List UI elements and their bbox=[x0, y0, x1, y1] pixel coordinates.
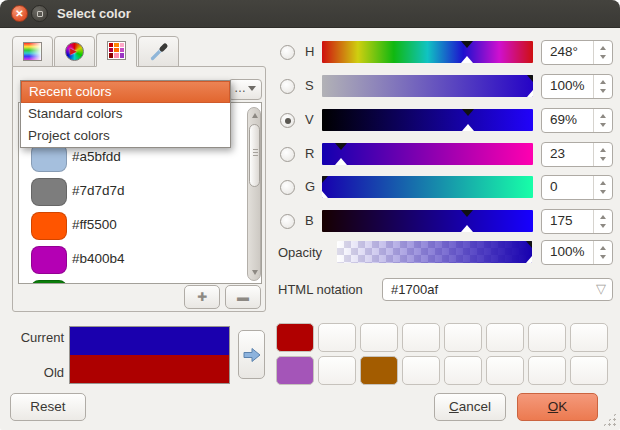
color-ramp-icon bbox=[23, 42, 42, 61]
palette-swatch[interactable] bbox=[276, 356, 314, 385]
palette-swatch[interactable] bbox=[402, 323, 440, 352]
tab-color-ramp[interactable] bbox=[12, 36, 53, 67]
spinbox-value: 23 bbox=[550, 146, 565, 161]
dropdown-arrow-icon[interactable]: ▽ bbox=[596, 281, 606, 296]
palette-swatch[interactable] bbox=[360, 323, 398, 352]
blue-spinbox[interactable]: 175 bbox=[541, 209, 613, 234]
list-item[interactable] bbox=[19, 277, 261, 284]
radio-s[interactable] bbox=[280, 79, 295, 94]
chevron-down-icon bbox=[248, 86, 256, 91]
radio-h[interactable] bbox=[280, 45, 295, 60]
opacity-spinbox[interactable]: 100% bbox=[541, 240, 613, 265]
spinner-arrows-icon[interactable] bbox=[593, 143, 612, 166]
green-spinbox[interactable]: 0 bbox=[541, 175, 613, 200]
value-spinbox[interactable]: 69% bbox=[541, 108, 613, 133]
hue-spinbox[interactable]: 248° bbox=[541, 40, 613, 65]
select-color-dialog: ✕ Select color … #a5bfdd #7d7d7d #ff5500 bbox=[0, 0, 620, 430]
close-button[interactable]: ✕ bbox=[11, 5, 28, 22]
minus-icon: ▬ bbox=[237, 290, 249, 304]
scrollbar-thumb[interactable] bbox=[249, 124, 260, 187]
list-scrollbar[interactable] bbox=[247, 107, 261, 281]
scroll-down-icon[interactable] bbox=[252, 270, 258, 275]
color-chip-label: #ff5500 bbox=[72, 217, 117, 232]
tab-swatches[interactable] bbox=[96, 33, 137, 67]
green-slider[interactable] bbox=[322, 176, 533, 198]
maximize-icon bbox=[37, 11, 43, 17]
spinner-arrows-icon[interactable] bbox=[593, 41, 612, 64]
dropdown-item-standard-colors[interactable]: Standard colors bbox=[21, 103, 230, 125]
radio-r[interactable] bbox=[280, 147, 295, 162]
current-color-swatch bbox=[70, 327, 229, 355]
current-label: Current bbox=[14, 330, 64, 345]
cancel-button[interactable]: Cancel bbox=[434, 393, 506, 421]
old-label: Old bbox=[14, 365, 64, 380]
dropdown-item-recent-colors[interactable]: Recent colors bbox=[21, 81, 230, 103]
palette-swatch[interactable] bbox=[276, 323, 314, 352]
radio-v[interactable] bbox=[280, 113, 295, 128]
color-chip-label: #a5bfdd bbox=[72, 149, 121, 164]
old-color-swatch bbox=[70, 355, 229, 383]
titlebar[interactable]: ✕ Select color bbox=[0, 0, 620, 28]
red-slider[interactable] bbox=[322, 143, 533, 165]
scroll-up-icon[interactable] bbox=[252, 113, 258, 118]
saturation-slider[interactable] bbox=[322, 75, 533, 97]
ok-button[interactable]: OK bbox=[517, 393, 598, 421]
palette-dropdown-popup: Recent colors Standard colors Project co… bbox=[20, 80, 231, 148]
tab-color-sampler[interactable] bbox=[138, 36, 179, 67]
palette-swatch[interactable] bbox=[360, 356, 398, 385]
palette-swatch[interactable] bbox=[528, 356, 566, 385]
opacity-slider[interactable] bbox=[337, 241, 532, 263]
palette-swatch[interactable] bbox=[318, 323, 356, 352]
palette-swatch[interactable] bbox=[570, 323, 608, 352]
remove-color-button[interactable]: ▬ bbox=[225, 285, 261, 309]
maximize-button[interactable] bbox=[31, 5, 48, 22]
spinner-arrows-icon[interactable] bbox=[593, 109, 612, 132]
color-chip-label: #b400b4 bbox=[72, 251, 125, 266]
list-item[interactable]: #b400b4 bbox=[19, 243, 261, 277]
radio-b[interactable] bbox=[280, 214, 295, 229]
red-gradient bbox=[322, 143, 533, 165]
palette-swatch[interactable] bbox=[528, 323, 566, 352]
palette-swatch[interactable] bbox=[486, 323, 524, 352]
dropdown-item-project-colors[interactable]: Project colors bbox=[21, 125, 230, 147]
opacity-gradient bbox=[337, 241, 532, 263]
spinner-arrows-icon[interactable] bbox=[593, 241, 612, 264]
tab-color-wheel[interactable] bbox=[54, 36, 95, 67]
palette-swatch[interactable] bbox=[570, 356, 608, 385]
spinbox-value: 100% bbox=[550, 244, 585, 259]
reset-button[interactable]: Reset bbox=[10, 393, 86, 421]
palette-swatch[interactable] bbox=[444, 323, 482, 352]
resize-grip[interactable] bbox=[602, 412, 617, 427]
channel-label: G bbox=[305, 179, 315, 194]
list-item[interactable]: #7d7d7d bbox=[19, 175, 261, 209]
scrollbar-grip bbox=[253, 152, 258, 153]
spinner-arrows-icon[interactable] bbox=[593, 75, 612, 98]
channel-row-g: G 0 bbox=[278, 175, 613, 200]
palette-swatch[interactable] bbox=[444, 356, 482, 385]
color-chip bbox=[31, 280, 67, 284]
color-chip bbox=[31, 212, 67, 240]
green-gradient bbox=[322, 176, 533, 198]
right-arrow-icon bbox=[242, 346, 262, 364]
spinner-arrows-icon[interactable] bbox=[593, 210, 612, 233]
add-color-button[interactable]: ✚ bbox=[184, 285, 220, 309]
palette-swatch[interactable] bbox=[318, 356, 356, 385]
radio-g[interactable] bbox=[280, 180, 295, 195]
palette-swatch[interactable] bbox=[402, 356, 440, 385]
palette-swatch[interactable] bbox=[486, 356, 524, 385]
hue-slider[interactable] bbox=[322, 41, 533, 63]
value-gradient bbox=[322, 109, 533, 131]
eyedropper-icon bbox=[149, 42, 169, 62]
blue-slider[interactable] bbox=[322, 210, 533, 232]
palette-menu-button[interactable]: … bbox=[228, 79, 262, 100]
html-notation-input[interactable]: #1700af ▽ bbox=[382, 278, 613, 301]
color-chip bbox=[31, 178, 67, 206]
add-current-to-palette-button[interactable] bbox=[238, 330, 265, 379]
list-item[interactable]: #ff5500 bbox=[19, 209, 261, 243]
saturation-spinbox[interactable]: 100% bbox=[541, 74, 613, 99]
close-icon: ✕ bbox=[15, 8, 23, 19]
value-slider[interactable] bbox=[322, 109, 533, 131]
plus-icon: ✚ bbox=[197, 290, 207, 304]
spinner-arrows-icon[interactable] bbox=[593, 176, 612, 199]
red-spinbox[interactable]: 23 bbox=[541, 142, 613, 167]
